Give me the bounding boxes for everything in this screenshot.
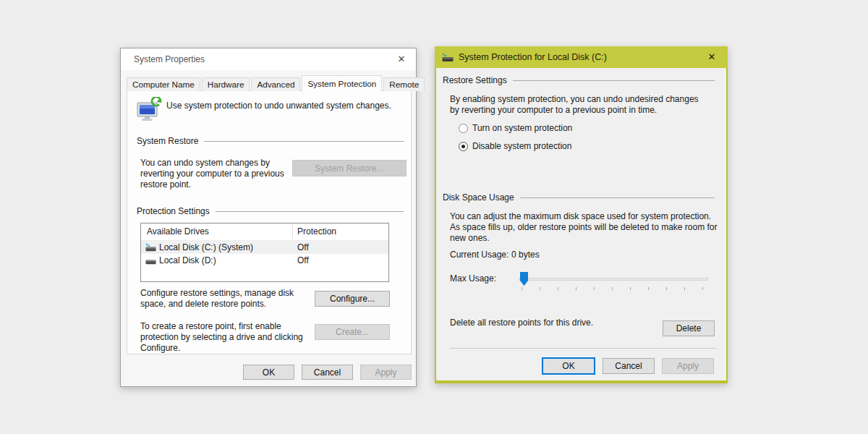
protection-settings-group-header: Protection Settings — [137, 206, 404, 216]
ok-button[interactable]: OK — [542, 357, 595, 375]
max-usage-label: Max Usage: — [450, 273, 496, 284]
drive-c-icon — [145, 243, 156, 252]
current-usage-label: Current Usage: — [450, 250, 509, 260]
table-row-drive-d[interactable]: Local Disk (D:) Off — [141, 254, 388, 267]
configure-description: Configure restore settings, manage disk … — [140, 288, 315, 310]
radio-disable-protection[interactable]: Disable system protection — [459, 141, 571, 151]
column-protection[interactable]: Protection — [297, 224, 336, 240]
system-properties-dialog: System Properties ✕ Computer Name Hardwa… — [120, 48, 417, 387]
system-restore-icon — [135, 97, 163, 122]
configure-button[interactable]: Configure... — [315, 291, 390, 307]
group-rule — [216, 211, 404, 212]
cancel-button[interactable]: Cancel — [302, 365, 353, 380]
tab-system-protection[interactable]: System Protection — [302, 75, 382, 92]
apply-button[interactable]: Apply — [662, 358, 714, 374]
slider-track[interactable] — [519, 278, 708, 281]
system-restore-group-header: System Restore — [137, 136, 404, 146]
drive-title-icon — [442, 53, 454, 62]
system-protection-tab-page: Use system protection to undo unwanted s… — [127, 90, 412, 354]
disk-space-usage-description: You can adjust the maximum disk space us… — [450, 211, 719, 244]
protection-status: Off — [297, 254, 309, 267]
group-rule — [204, 141, 404, 142]
disk-space-usage-group-header: Disk Space Usage — [443, 192, 715, 203]
footer-divider — [450, 348, 716, 349]
tab-strip: Computer Name Hardware Advanced System P… — [127, 75, 426, 91]
cancel-button[interactable]: Cancel — [603, 358, 655, 374]
group-rule — [520, 197, 715, 198]
window-title: System Properties — [134, 48, 205, 70]
create-description: To create a restore point, first enable … — [140, 321, 320, 354]
slider-thumb[interactable] — [520, 272, 528, 286]
tab-computer-name[interactable]: Computer Name — [127, 77, 200, 91]
restore-settings-group-header: Restore Settings — [443, 75, 715, 85]
ok-button[interactable]: OK — [243, 365, 294, 380]
drives-list-header[interactable]: Available Drives Protection — [141, 224, 388, 241]
window-title: System Protection for Local Disk (C:) — [459, 46, 607, 68]
tab-advanced[interactable]: Advanced — [251, 77, 300, 91]
radio-label: Turn on system protection — [472, 123, 572, 133]
current-usage-value: 0 bytes — [511, 250, 540, 260]
drives-list[interactable]: Available Drives Protection Local Disk (… — [140, 223, 389, 282]
table-row-drive-c[interactable]: Local Disk (C:) (System) Off — [141, 241, 388, 254]
radio-label: Disable system protection — [472, 141, 571, 151]
group-label: System Restore — [137, 136, 198, 146]
system-restore-button[interactable]: System Restore... — [292, 160, 407, 176]
group-rule — [513, 80, 715, 81]
slider-ticks — [522, 287, 704, 290]
group-label: Protection Settings — [137, 206, 210, 216]
delete-button[interactable]: Delete — [663, 320, 715, 336]
restore-settings-description: By enabling system protection, you can u… — [450, 94, 709, 116]
system-protection-for-c-dialog: System Protection for Local Disk (C:) ✕ … — [435, 46, 728, 383]
close-icon[interactable]: ✕ — [390, 48, 413, 70]
column-divider — [292, 225, 293, 239]
radio-turn-on-protection[interactable]: Turn on system protection — [459, 123, 572, 133]
max-usage-slider[interactable] — [519, 271, 708, 292]
system-restore-description: You can undo system changes by reverting… — [140, 158, 299, 190]
tab-remote[interactable]: Remote — [383, 77, 425, 91]
protection-dialog-titlebar[interactable]: System Protection for Local Disk (C:) ✕ — [435, 46, 728, 68]
close-icon[interactable]: ✕ — [700, 46, 723, 68]
tab-intro-text: Use system protection to undo unwanted s… — [166, 101, 398, 111]
protection-status: Off — [297, 241, 309, 254]
column-available-drives[interactable]: Available Drives — [147, 224, 209, 240]
drive-name: Local Disk (C:) (System) — [159, 241, 253, 254]
apply-button[interactable]: Apply — [360, 365, 412, 380]
delete-restore-points-text: Delete all restore points for this drive… — [450, 318, 593, 328]
tab-hardware[interactable]: Hardware — [202, 77, 250, 91]
radio-checked-icon[interactable] — [459, 142, 468, 151]
system-properties-titlebar[interactable]: System Properties ✕ — [121, 48, 416, 70]
group-label: Disk Space Usage — [443, 192, 514, 203]
radio-icon[interactable] — [459, 124, 468, 133]
group-label: Restore Settings — [443, 75, 507, 85]
drive-name: Local Disk (D:) — [159, 254, 216, 267]
drive-d-icon — [145, 256, 156, 265]
create-button[interactable]: Create... — [315, 324, 390, 340]
